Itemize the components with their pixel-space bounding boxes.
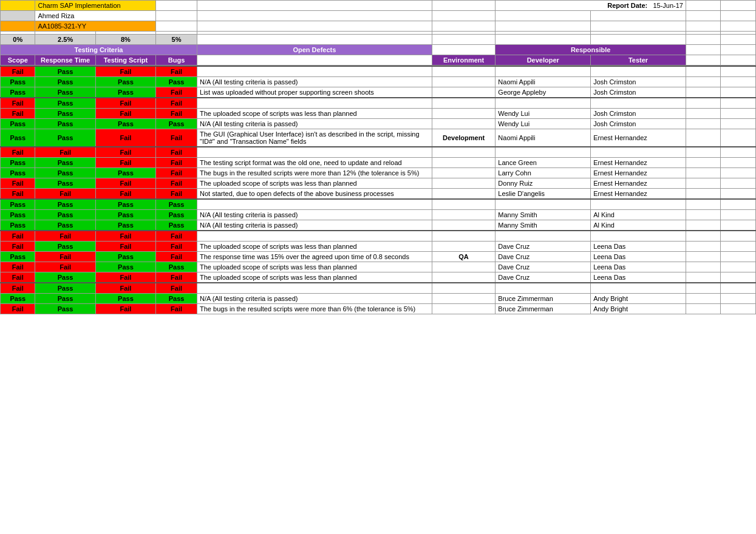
tester-cell: Ernest Hernandez (591, 158, 686, 168)
dev-col-header: Developer (495, 55, 591, 66)
fail-cell: Fail (95, 189, 155, 200)
pass-cell: Pass (1, 168, 35, 178)
table-row: FailPassFailFailThe uploaded scope of sc… (1, 242, 756, 252)
pass-cell: Pass (156, 220, 197, 231)
defect-cell: N/A (All testing criteria is passed) (197, 210, 432, 220)
developer-cell (495, 98, 591, 109)
developer-cell (495, 66, 591, 77)
pass-cell: Pass (35, 109, 95, 119)
main-table: Charm SAP Implementation Report Date: 15… (0, 0, 756, 66)
extra-cell (686, 158, 720, 168)
fail-cell: Fail (156, 98, 197, 109)
extra-cell (686, 98, 720, 109)
fail-cell: Fail (1, 304, 35, 314)
pass-cell: Pass (35, 168, 95, 178)
extra-cell (721, 304, 756, 314)
developer-cell: Dave Cruz (495, 252, 591, 262)
blank-cell3 (197, 1, 432, 11)
tester-cell: Leena Das (591, 272, 686, 283)
extra-cell (721, 119, 756, 129)
fail-cell: Fail (35, 262, 95, 272)
developer-cell (495, 231, 591, 242)
fail-cell: Fail (35, 147, 95, 158)
defect-cell: List was uploaded without proper support… (197, 87, 432, 98)
fail-cell: Fail (156, 242, 197, 252)
fail-cell: Fail (1, 147, 35, 158)
blank-cell (721, 11, 756, 21)
blank-cell (591, 21, 686, 32)
extra-cell (686, 304, 720, 314)
fail-cell: Fail (156, 87, 197, 98)
developer-cell: Lance Green (495, 158, 591, 168)
blank-cell (197, 21, 432, 32)
fail-cell: Fail (95, 158, 155, 168)
project-id: AA1085-321-YY (35, 21, 156, 32)
extra-cell (686, 294, 720, 304)
table-row: FailPassFailFail (1, 66, 756, 77)
table-row: FailPassFailFailThe uploaded scope of sc… (1, 178, 756, 189)
developer-cell: Dave Cruz (495, 272, 591, 283)
environment-cell (432, 272, 495, 283)
resp-col-header: Response Time (35, 55, 95, 66)
tester-cell: Andy Bright (591, 294, 686, 304)
pass-cell: Pass (35, 199, 95, 210)
tester-cell: Leena Das (591, 252, 686, 262)
blank-cell (432, 11, 495, 21)
pass-cell: Pass (95, 87, 155, 98)
environment-cell (432, 87, 495, 98)
extra-cell (686, 189, 720, 200)
header-row-1: Charm SAP Implementation Report Date: 15… (1, 1, 756, 11)
pass-cell: Pass (156, 210, 197, 220)
extra-cell (721, 262, 756, 272)
fail-cell: Fail (1, 66, 35, 77)
tester-cell: Josh Crimston (591, 109, 686, 119)
environment-cell (432, 231, 495, 242)
table-row: FailPassFailFailThe uploaded scope of sc… (1, 109, 756, 119)
tester-cell (591, 231, 686, 242)
pass-cell: Pass (35, 119, 95, 129)
fail-cell: Fail (1, 189, 35, 200)
defect-cell: N/A (All testing criteria is passed) (197, 77, 432, 87)
pass-cell: Pass (35, 210, 95, 220)
blank-cell (591, 11, 686, 21)
table-row: FailPassFailFailThe bugs in the resulted… (1, 304, 756, 314)
environment-cell (432, 199, 495, 210)
extra-cell (721, 220, 756, 231)
blank-cell (686, 11, 720, 21)
script-col-header: Testing Script (95, 55, 155, 66)
pass-cell: Pass (1, 119, 35, 129)
table-row: FailFailFailFail (1, 147, 756, 158)
blank-cell (686, 35, 720, 45)
section-header-row: Testing Criteria Open Defects Responsibl… (1, 45, 756, 55)
fail-cell: Fail (95, 231, 155, 242)
table-row: PassPassPassPassN/A (All testing criteri… (1, 210, 756, 220)
fail-cell: Fail (95, 147, 155, 158)
fail-cell: Fail (1, 283, 35, 294)
pass-cell: Pass (95, 262, 155, 272)
pass-cell: Pass (35, 77, 95, 87)
extra-cell (686, 168, 720, 178)
developer-cell: George Appleby (495, 87, 591, 98)
pass-cell: Pass (1, 220, 35, 231)
environment-cell (432, 220, 495, 231)
table-row: PassFailPassFailThe response time was 15… (1, 252, 756, 262)
pct-1: 0% (1, 35, 35, 45)
pass-cell: Pass (35, 66, 95, 77)
environment-cell (432, 294, 495, 304)
pass-cell: Pass (1, 158, 35, 168)
open-defects-header: Open Defects (197, 45, 432, 55)
extra-cell (686, 199, 720, 210)
fail-cell: Fail (35, 189, 95, 200)
tester-cell: Andy Bright (591, 304, 686, 314)
extra-cell (686, 66, 720, 77)
extra-cell (721, 109, 756, 119)
developer-cell: Manny Smith (495, 220, 591, 231)
extra-cell (721, 87, 756, 98)
developer-cell (495, 283, 591, 294)
defect-cell (197, 66, 432, 77)
pass-cell: Pass (1, 294, 35, 304)
environment-cell (432, 210, 495, 220)
blank-cell (721, 55, 756, 66)
tester-cell (591, 199, 686, 210)
table-row: FailFailPassPassThe uploaded scope of sc… (1, 262, 756, 272)
